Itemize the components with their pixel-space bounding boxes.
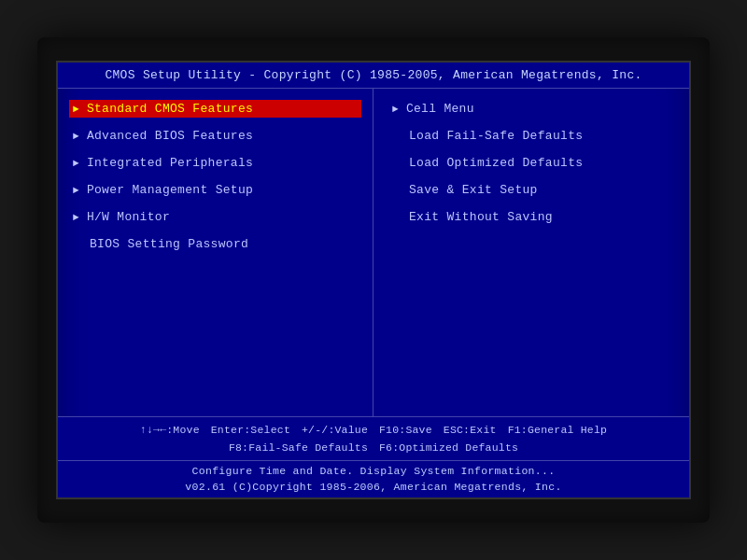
menu-label: Advanced BIOS Features (87, 129, 253, 143)
title-bar: CMOS Setup Utility - Copyright (C) 1985-… (58, 63, 689, 89)
menu-item-integrated-peripherals[interactable]: ► Integrated Peripherals (73, 156, 358, 170)
version-bar: v02.61 (C)Copyright 1985-2006, American … (58, 479, 689, 497)
main-content: ► Standard CMOS Features ► Advanced BIOS… (58, 89, 689, 417)
left-panel: ► Standard CMOS Features ► Advanced BIOS… (58, 89, 374, 416)
menu-item-save-exit[interactable]: Save & Exit Setup (392, 183, 670, 197)
key-move: ↑↓→←:Move (140, 424, 200, 436)
menu-label: BIOS Setting Password (90, 237, 248, 251)
key-help-f1: F1:General Help (508, 424, 608, 436)
menu-label: Power Management Setup (87, 183, 253, 197)
menu-label: Save & Exit Setup (409, 183, 538, 197)
menu-item-advanced-bios[interactable]: ► Advanced BIOS Features (73, 129, 358, 143)
menu-item-bios-password[interactable]: BIOS Setting Password (73, 237, 358, 251)
monitor-frame: CMOS Setup Utility - Copyright (C) 1985-… (37, 37, 710, 523)
arrow-icon: ► (73, 185, 79, 196)
bios-screen: CMOS Setup Utility - Copyright (C) 1985-… (56, 61, 691, 499)
key-optimized: F6:Optimized Defaults (379, 441, 518, 454)
menu-item-standard-cmos[interactable]: ► Standard CMOS Features (69, 100, 361, 118)
menu-item-exit-nosave[interactable]: Exit Without Saving (392, 210, 670, 224)
menu-label: Integrated Peripherals (87, 156, 253, 170)
status-bar: Configure Time and Date. Display System … (58, 461, 689, 479)
key-help-row2: F8:Fail-Safe Defaults F6:Optimized Defau… (65, 439, 682, 456)
arrow-icon: ► (73, 158, 79, 169)
arrow-icon: ► (73, 212, 79, 223)
key-value: +/-/:Value (302, 424, 368, 436)
status-text: Configure Time and Date. Display System … (192, 465, 556, 477)
menu-label: Cell Menu (406, 102, 474, 116)
arrow-icon: ► (392, 104, 399, 115)
menu-label: Load Optimized Defaults (409, 156, 583, 170)
menu-label: H/W Monitor (87, 210, 170, 224)
key-select: Enter:Select (211, 424, 290, 436)
key-exit: ESC:Exit (444, 424, 497, 436)
menu-item-load-optimized[interactable]: Load Optimized Defaults (392, 156, 670, 170)
version-text: v02.61 (C)Copyright 1985-2006, American … (185, 481, 561, 493)
menu-label: Exit Without Saving (409, 210, 553, 224)
menu-label: Standard CMOS Features (87, 102, 253, 116)
menu-item-hw-monitor[interactable]: ► H/W Monitor (73, 210, 358, 224)
right-panel: ► Cell Menu Load Fail-Safe Defaults Load… (374, 89, 689, 416)
key-help-section: ↑↓→←:Move Enter:Select +/-/:Value F10:Sa… (58, 417, 689, 461)
menu-item-load-failsafe[interactable]: Load Fail-Safe Defaults (392, 129, 670, 143)
arrow-icon: ► (73, 131, 79, 142)
key-save: F10:Save (379, 424, 432, 436)
arrow-icon: ► (73, 104, 79, 115)
title-text: CMOS Setup Utility - Copyright (C) 1985-… (105, 68, 641, 82)
menu-label: Load Fail-Safe Defaults (409, 129, 583, 143)
menu-item-cell-menu[interactable]: ► Cell Menu (392, 102, 670, 116)
key-help-row1: ↑↓→←:Move Enter:Select +/-/:Value F10:Sa… (65, 421, 682, 439)
key-failsafe: F8:Fail-Safe Defaults (229, 441, 368, 454)
menu-item-power-management[interactable]: ► Power Management Setup (73, 183, 358, 197)
